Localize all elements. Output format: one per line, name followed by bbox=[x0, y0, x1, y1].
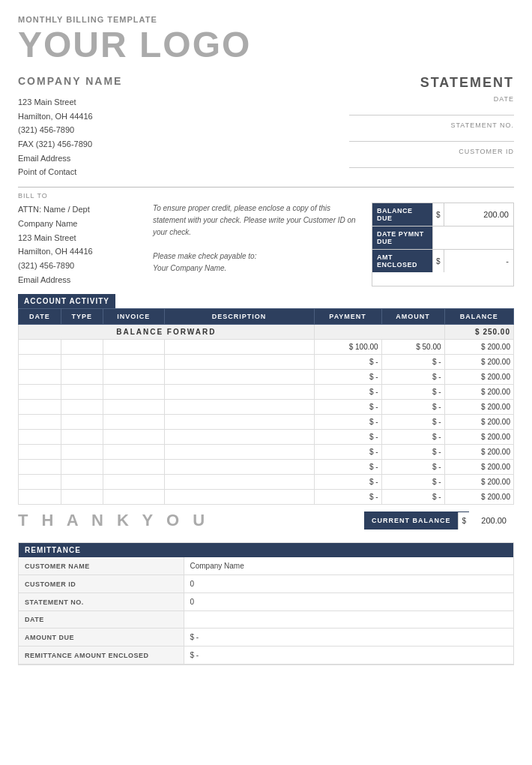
date-pymnt-value bbox=[432, 226, 513, 249]
col-type: TYPE bbox=[61, 309, 103, 325]
company-address1: 123 Main Street bbox=[18, 95, 93, 110]
current-balance-box: CURRENT BALANCE $ 200.00 bbox=[364, 512, 514, 530]
bill-to-note1: To ensure proper credit, please enclose … bbox=[153, 204, 291, 212]
bill-to-email: Email Address bbox=[18, 273, 138, 287]
table-row: $ 100.00 $ 50.00 $ 200.00 bbox=[19, 340, 514, 355]
bill-to-note6: Please make check payable to: bbox=[153, 252, 256, 260]
bill-to-address2: Hamilton, OH 44416 bbox=[18, 244, 138, 259]
company-fax: FAX (321) 456-7890 bbox=[18, 137, 93, 152]
company-address2: Hamilton, OH 44416 bbox=[18, 110, 93, 124]
customer-id-value bbox=[349, 155, 514, 166]
bill-to-company: Company Name bbox=[18, 217, 138, 231]
table-row: $ - $ - $ 200.00 bbox=[19, 370, 514, 385]
list-item: CUSTOMER ID 0 bbox=[19, 575, 513, 593]
statement-no-label: STATEMENT NO. bbox=[349, 122, 514, 129]
amt-enclosed-label: AMT ENCLOSED bbox=[372, 250, 432, 272]
statement-no-value bbox=[349, 129, 514, 140]
balance-due-amount: 200.00 bbox=[444, 203, 513, 226]
table-row: $ - $ - $ 200.00 bbox=[19, 475, 514, 490]
date-pymnt-label: DATE PYMNT DUE bbox=[372, 226, 432, 249]
customer-id-label: CUSTOMER ID bbox=[349, 148, 514, 155]
list-item: AMOUNT DUE $ - bbox=[19, 628, 513, 646]
table-row: $ - $ - $ 200.00 bbox=[19, 460, 514, 475]
current-balance-label: CURRENT BALANCE bbox=[364, 512, 459, 529]
table-row: $ - $ - $ 200.00 bbox=[19, 355, 514, 370]
table-row: $ - $ - $ 200.00 bbox=[19, 490, 514, 505]
table-row: $ - $ - $ 200.00 bbox=[19, 400, 514, 415]
col-amount: AMOUNT bbox=[381, 309, 444, 325]
table-row: $ - $ - $ 200.00 bbox=[19, 445, 514, 460]
date-label: DATE bbox=[349, 95, 514, 103]
bill-to-address1: 123 Main Street bbox=[18, 231, 138, 245]
amt-enclosed-amount: - bbox=[444, 250, 513, 272]
balance-due-label: BALANCE DUE bbox=[372, 203, 432, 226]
table-row: $ - $ - $ 200.00 bbox=[19, 415, 514, 430]
table-row: $ - $ - $ 200.00 bbox=[19, 430, 514, 445]
company-email: Email Address bbox=[18, 152, 93, 166]
current-balance-amount: 200.00 bbox=[469, 512, 514, 530]
col-description: DESCRIPTION bbox=[164, 309, 314, 325]
logo: YOUR LOGO bbox=[18, 27, 514, 63]
balance-due-dollar: $ bbox=[432, 203, 444, 226]
list-item: CUSTOMER NAME Company Name bbox=[19, 557, 513, 575]
remittance-header: REMITTANCE bbox=[19, 543, 513, 557]
list-item: REMITTANCE AMOUNT ENCLOSED $ - bbox=[19, 646, 513, 664]
bill-to-label: BILL TO bbox=[18, 192, 514, 200]
current-balance-dollar: $ bbox=[458, 512, 469, 530]
col-date: DATE bbox=[19, 309, 61, 325]
remittance-table: CUSTOMER NAME Company Name CUSTOMER ID 0… bbox=[19, 557, 513, 664]
company-phone: (321) 456-7890 bbox=[18, 123, 93, 137]
balance-box: BALANCE DUE $ 200.00 DATE PYMNT DUE AMT … bbox=[372, 202, 514, 286]
col-invoice: INVOICE bbox=[103, 309, 164, 325]
statement-label: STATEMENT bbox=[420, 75, 514, 91]
template-title: MONTHLY BILLING TEMPLATE bbox=[18, 15, 514, 24]
date-value bbox=[349, 103, 514, 113]
company-name-label: COMPANY NAME bbox=[18, 75, 122, 87]
activity-table: DATE TYPE INVOICE DESCRIPTION PAYMENT AM… bbox=[18, 308, 514, 505]
bill-to-attn: ATTN: Name / Dept bbox=[18, 202, 138, 217]
bill-to-note4: check. bbox=[169, 228, 191, 236]
remittance-section: REMITTANCE CUSTOMER NAME Company Name CU… bbox=[18, 542, 514, 665]
amt-enclosed-dollar: $ bbox=[432, 250, 444, 272]
list-item: DATE bbox=[19, 611, 513, 628]
col-payment: PAYMENT bbox=[314, 309, 381, 325]
company-contact: Point of Contact bbox=[18, 165, 93, 179]
bill-to-note7: Your Company Name. bbox=[153, 264, 226, 272]
table-row: $ - $ - $ 200.00 bbox=[19, 385, 514, 400]
account-activity-label: ACCOUNT ACTIVITY bbox=[18, 294, 115, 308]
thank-you-text: T H A N K Y O U bbox=[18, 511, 209, 530]
col-balance: BALANCE bbox=[444, 309, 513, 325]
account-activity-section: ACCOUNT ACTIVITY DATE TYPE INVOICE DESCR… bbox=[18, 294, 514, 505]
list-item: STATEMENT NO. 0 bbox=[19, 593, 513, 611]
bill-to-phone: (321) 456-7890 bbox=[18, 259, 138, 273]
